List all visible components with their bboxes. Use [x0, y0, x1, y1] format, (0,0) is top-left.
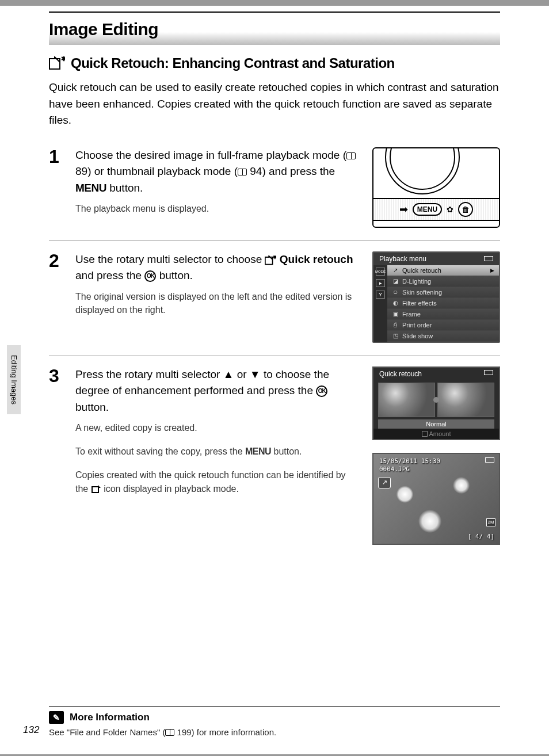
quick-retouch-preview-screen: Quick retouch Normal Amount	[372, 366, 500, 440]
section-heading-text: Quick Retouch: Enhancing Contrast and Sa…	[71, 55, 395, 71]
menu-item-print: ⎙Print order	[387, 320, 499, 331]
slideshow-icon: ◳	[392, 333, 399, 339]
before-after-thumbnails	[373, 380, 499, 419]
step-3-sub1: A new, edited copy is created.	[75, 421, 361, 434]
arrow-right-icon: ➡	[399, 203, 408, 216]
menu-item-dlighting: ◪D-Lighting	[387, 276, 499, 287]
manual-page: Image Editing ✱ Quick Retouch: Enhancing…	[0, 6, 549, 754]
menu-item-skin: ☺Skin softening	[387, 287, 499, 298]
arrow-down-icon	[250, 368, 261, 380]
more-information-box: ✎ More Information See "File and Folder …	[49, 706, 500, 737]
step-number: 1	[49, 147, 65, 228]
ok-button-icon: OK	[316, 385, 327, 397]
step-number: 3	[49, 366, 65, 545]
print-icon: ⎙	[392, 322, 399, 328]
filter-icon: ◐	[392, 300, 399, 306]
lcd-title: Quick retouch	[379, 370, 422, 378]
amount-bar: Amount	[373, 429, 499, 439]
image-counter: [ 4/ 4]	[468, 533, 494, 540]
section-tab: Editing Images	[7, 345, 21, 414]
lcd-title-bar: Quick retouch	[373, 368, 499, 380]
menu-button-label: MENU	[245, 446, 271, 456]
battery-icon	[484, 256, 493, 261]
menu-item-slideshow: ◳Slide show	[387, 331, 499, 342]
timestamp: 15/05/2011 15:30	[379, 457, 440, 465]
quick-retouch-icon: ✱	[265, 255, 276, 265]
original-thumbnail	[378, 383, 435, 417]
steps-list: 1 Choose the desired image in full-frame…	[49, 147, 500, 568]
camera-button-dock: ➡ MENU ✿ 🗑	[373, 198, 499, 221]
step-3: 3 Press the rotary multi selector or to …	[49, 366, 500, 558]
flower-icon: ✿	[447, 205, 453, 214]
more-info-text: See "File and Folder Names" ( 199) for m…	[49, 727, 500, 737]
battery-icon	[485, 457, 494, 463]
info-icon: ✎	[49, 711, 64, 724]
menu-button: MENU	[413, 203, 442, 216]
image-size-badge: 2M	[486, 518, 495, 526]
delete-button-icon: 🗑	[458, 202, 473, 217]
menu-item-quick-retouch: ↗Quick retouch▶	[387, 265, 499, 276]
retouch-copy-icon: ↗	[378, 477, 391, 488]
menu-item-frame: ▣Frame	[387, 309, 499, 320]
lcd-sidebar: MODE ▸ Y	[373, 265, 387, 342]
playback-result-screen: 15/05/2011 15:30 0004.JPG ↗ 2M [ 4/ 4]	[372, 453, 500, 545]
battery-icon	[484, 370, 493, 375]
retouch-copy-icon	[91, 484, 101, 494]
skin-icon: ☺	[392, 289, 399, 295]
chapter-title-bar: Image Editing	[49, 12, 500, 45]
setup-icon: Y	[376, 291, 385, 299]
menu-button-label: MENU	[75, 182, 106, 194]
rotary-dial-icon	[385, 147, 460, 194]
step-3-main: Press the rotary multi selector or to ch…	[75, 366, 361, 416]
svg-text:✱: ✱	[273, 255, 276, 260]
dlighting-icon: ◪	[392, 278, 399, 284]
edited-thumbnail	[437, 383, 494, 417]
selector-dot-icon	[433, 397, 439, 403]
step-1-main: Choose the desired image in full-frame p…	[75, 147, 361, 197]
lcd-title: Playback menu	[379, 255, 426, 263]
slider-icon	[422, 431, 428, 437]
section-heading: ✱ Quick Retouch: Enhancing Contrast and …	[49, 55, 500, 71]
arrow-up-icon	[223, 368, 234, 380]
page-ref-icon	[238, 169, 247, 175]
step-1-sub: The playback menu is displayed.	[75, 202, 361, 215]
svg-rect-5	[93, 487, 98, 492]
menu-item-filter: ◐Filter effects	[387, 298, 499, 309]
chapter-title: Image Editing	[49, 20, 500, 39]
step-3-sub3: Copies created with the quick retouch fu…	[75, 468, 361, 495]
step-number: 2	[49, 251, 65, 343]
page-ref-icon	[165, 729, 174, 736]
step-2: 2 Use the rotary multi selector to choos…	[49, 251, 500, 356]
step-3-sub2: To exit without saving the copy, press t…	[75, 445, 361, 458]
quick-retouch-icon: ↗	[392, 267, 399, 273]
step-1: 1 Choose the desired image in full-frame…	[49, 147, 500, 241]
step-2-main: Use the rotary multi selector to choose …	[75, 251, 361, 284]
page-ref-icon	[346, 152, 356, 159]
mode-icon: MODE	[376, 268, 385, 276]
camera-diagram: ➡ MENU ✿ 🗑	[372, 147, 500, 228]
more-info-heading: ✎ More Information	[49, 711, 500, 724]
svg-text:✱: ✱	[61, 56, 65, 63]
chevron-right-icon: ▶	[490, 268, 494, 273]
intro-paragraph: Quick retouch can be used to easily crea…	[49, 79, 500, 129]
lcd-title-bar: Playback menu	[373, 253, 499, 265]
playback-icon: ▸	[376, 279, 385, 287]
lcd-menu-list: ↗Quick retouch▶ ◪D-Lighting ☺Skin soften…	[387, 265, 499, 342]
ok-button-icon: OK	[144, 270, 156, 282]
step-2-sub: The original version is displayed on the…	[75, 290, 361, 316]
filename: 0004.JPG	[379, 465, 410, 473]
enhancement-level: Normal	[378, 419, 494, 429]
page-number: 132	[23, 724, 39, 736]
frame-icon: ▣	[392, 311, 399, 317]
playback-menu-screen: Playback menu MODE ▸ Y ↗Quick retouch▶ ◪…	[372, 251, 500, 343]
quick-retouch-icon: ✱	[49, 56, 65, 70]
